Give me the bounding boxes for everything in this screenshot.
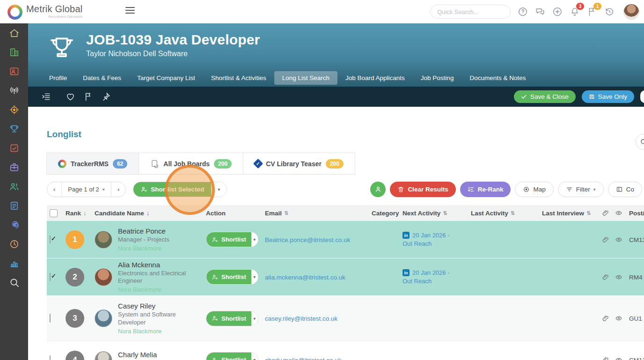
tab-all-job-boards[interactable]: All Job Boards 200: [139, 153, 243, 175]
sidebar-item-companies[interactable]: [0, 43, 28, 62]
col-last-activity[interactable]: Last Activity⇅: [471, 210, 542, 217]
candidate-name[interactable]: Alia Mckenna: [118, 261, 201, 269]
app-logo[interactable]: Metrik Global Recruitment Specialists: [7, 4, 82, 20]
shortlist-dropdown[interactable]: ▾: [251, 270, 258, 284]
prev-page-button[interactable]: ‹: [47, 182, 61, 197]
eye-icon[interactable]: [615, 315, 622, 322]
save-only-button[interactable]: Save Only: [582, 90, 634, 103]
notifications-bell-icon[interactable]: 3: [570, 7, 580, 17]
job-tab-long-list-search[interactable]: Long List Search: [274, 71, 337, 85]
paperclip-icon[interactable]: [602, 273, 609, 281]
col-postcode[interactable]: Post/Zip: [629, 210, 644, 217]
shortlist-selected-dropdown[interactable]: ▾: [211, 182, 227, 197]
shortlist-button[interactable]: Shortlist ▾: [206, 311, 258, 326]
paperclip-icon[interactable]: [602, 236, 609, 243]
job-tab-job-posting[interactable]: Job Posting: [413, 71, 462, 85]
save-close-button[interactable]: Save & Close: [514, 90, 576, 103]
sidebar-item-search[interactable]: [0, 273, 28, 292]
candidate-email-link[interactable]: charly.melia@itristest.co.uk: [265, 357, 345, 360]
user-avatar[interactable]: [623, 4, 639, 20]
sidebar-item-finance[interactable]: [0, 215, 28, 235]
eye-icon[interactable]: [615, 356, 622, 360]
tab-cv-library-teaser[interactable]: ✓ CV Library Teaser 200: [243, 153, 355, 175]
shortlist-selected-button[interactable]: Shortlist Selected ▾: [133, 182, 227, 197]
col-category[interactable]: Category: [372, 210, 402, 217]
candidate-email-link[interactable]: casey.riley@itristest.co.uk: [265, 315, 341, 322]
job-tab-job-board-applicants[interactable]: Job Board Applicants: [337, 71, 413, 85]
quick-search-input[interactable]: [430, 5, 511, 19]
add-candidate-button[interactable]: [370, 182, 386, 197]
sidebar-item-people[interactable]: [0, 177, 28, 196]
shortlist-button[interactable]: Shortlist ▾: [206, 352, 258, 360]
job-tab-documents-notes[interactable]: Documents & Notes: [461, 71, 534, 85]
shortlist-button[interactable]: Shortlist ▾: [206, 269, 258, 285]
shortlist-button[interactable]: Shortlist ▾: [206, 232, 258, 247]
eye-icon[interactable]: [615, 236, 622, 243]
row-checkbox[interactable]: [50, 355, 51, 360]
sidebar-item-jobs[interactable]: [0, 119, 28, 139]
menu-toggle-icon[interactable]: [125, 5, 135, 15]
candidate-email-link[interactable]: alia.mckenna@itristest.co.uk: [265, 274, 349, 281]
sidebar-item-contacts[interactable]: [0, 62, 28, 81]
sidebar-item-documents[interactable]: [0, 196, 28, 215]
eye-icon[interactable]: [615, 273, 622, 281]
col-next-activity[interactable]: Next Activity⇅: [402, 210, 471, 217]
history-icon[interactable]: [604, 7, 615, 17]
help-icon[interactable]: [518, 7, 528, 17]
col-views[interactable]: [615, 209, 629, 217]
filter-button[interactable]: Filter▾: [558, 182, 604, 197]
select-all-checkbox[interactable]: [50, 209, 58, 217]
job-tab-shortlist-activities[interactable]: Shortlist & Activities: [203, 71, 274, 85]
col-email[interactable]: Email⇅: [265, 210, 372, 217]
candidate-avatar[interactable]: [95, 351, 112, 360]
add-icon[interactable]: [552, 7, 563, 17]
columns-button[interactable]: Co: [608, 182, 642, 197]
shortlist-dropdown[interactable]: ▾: [251, 232, 258, 247]
col-candidate-name[interactable]: Candidate Name↓: [95, 210, 206, 217]
job-tab-profile[interactable]: Profile: [41, 71, 75, 85]
next-activity-link[interactable]: in20 Jan 2026 - Out Reach: [402, 231, 471, 248]
sidebar-item-target[interactable]: [0, 100, 28, 119]
tab-trackerrms[interactable]: TrackerRMS 62: [46, 153, 139, 175]
sidebar-item-broadcast[interactable]: [0, 81, 28, 100]
shortlist-dropdown[interactable]: ▾: [251, 311, 258, 326]
row-checkbox[interactable]: [50, 314, 51, 323]
sidebar-item-reports[interactable]: [0, 254, 28, 273]
row-checkbox[interactable]: [50, 235, 51, 244]
col-rank[interactable]: Rank↓: [66, 210, 95, 217]
candidate-avatar[interactable]: [95, 309, 112, 327]
sidebar-item-time[interactable]: [0, 235, 28, 254]
next-page-button[interactable]: ›: [111, 182, 125, 197]
paperclip-icon[interactable]: [602, 315, 609, 322]
candidate-owner[interactable]: Nora Blackmore: [118, 286, 201, 293]
page-select[interactable]: Page 1 of 2▾: [61, 182, 111, 197]
col-attachments[interactable]: [602, 209, 615, 217]
re-rank-button[interactable]: Re-Rank: [460, 182, 511, 197]
overflow-button-partial[interactable]: [640, 90, 644, 103]
favourite-heart-icon[interactable]: [66, 92, 75, 102]
map-button[interactable]: Map: [515, 182, 553, 197]
pin-record-icon[interactable]: [101, 92, 111, 102]
job-tab-dates-fees[interactable]: Dates & Fees: [75, 71, 129, 85]
collapse-panel-icon[interactable]: [41, 92, 51, 102]
candidate-email-link[interactable]: Beatrice.ponce@itristest.co.uk: [265, 236, 354, 243]
sidebar-item-tasks[interactable]: [0, 139, 28, 158]
next-activity-link[interactable]: in20 Jan 2026 - Out Reach: [402, 269, 471, 285]
row-checkbox[interactable]: [50, 272, 51, 281]
candidate-name[interactable]: Casey Riley: [118, 302, 201, 310]
candidate-owner[interactable]: Nora Blackmore: [118, 328, 201, 335]
candidate-owner[interactable]: Nora Blackmore: [118, 245, 169, 252]
sidebar-item-home[interactable]: [0, 23, 28, 43]
flags-icon[interactable]: 1: [587, 7, 597, 17]
sidebar-item-briefcase[interactable]: [0, 158, 28, 177]
col-last-interview[interactable]: Last Interview⇅: [542, 210, 602, 217]
messages-icon[interactable]: [535, 7, 545, 17]
flag-record-icon[interactable]: [83, 92, 93, 102]
clear-results-button[interactable]: Clear Results: [390, 182, 455, 197]
candidate-name[interactable]: Charly Melia: [118, 351, 198, 359]
candidate-avatar[interactable]: [95, 268, 112, 286]
candidate-name[interactable]: Beatrice Ponce: [118, 227, 169, 235]
paperclip-icon[interactable]: [602, 356, 609, 360]
job-tab-target-company-list[interactable]: Target Company List: [129, 71, 203, 85]
candidate-avatar[interactable]: [95, 231, 112, 249]
